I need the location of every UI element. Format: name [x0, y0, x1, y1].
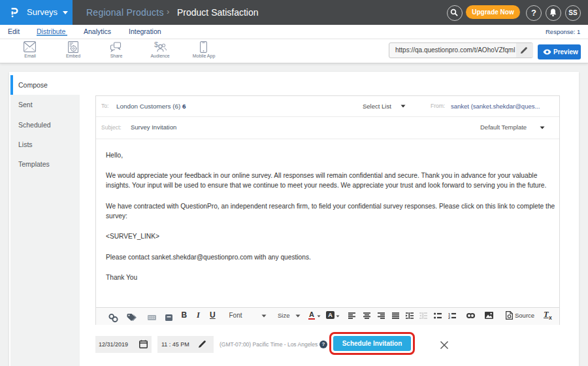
- svg-text:2: 2: [448, 316, 450, 319]
- svg-text:$: $: [154, 41, 158, 48]
